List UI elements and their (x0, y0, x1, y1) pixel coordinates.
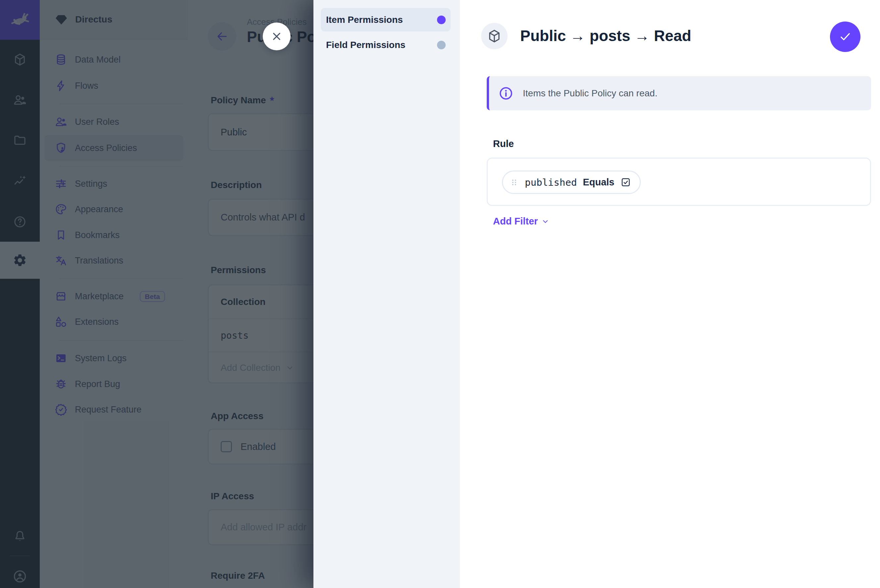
chevron-down-icon (541, 217, 550, 226)
rule-filter-box: published Equals (487, 158, 871, 206)
checkbox-checked-icon[interactable] (620, 177, 631, 188)
close-icon (269, 29, 284, 44)
directus-app: Directus Data Model Flows User Roles Acc… (0, 0, 880, 588)
cube-icon (487, 29, 502, 44)
filter-field[interactable]: published (525, 177, 577, 188)
collection-cube-badge (481, 23, 508, 50)
close-drawer-button[interactable] (263, 22, 290, 50)
info-banner-text: Items the Public Policy can read. (523, 88, 657, 99)
save-button[interactable] (830, 21, 860, 52)
drag-handle-icon[interactable] (510, 178, 519, 187)
inactive-dot (437, 41, 446, 50)
active-dot (437, 15, 446, 24)
filter-operator[interactable]: Equals (583, 177, 614, 188)
rule-label: Rule (493, 138, 514, 149)
add-filter-button[interactable]: Add Filter (493, 216, 550, 227)
tab-item-permissions[interactable]: Item Permissions (321, 8, 451, 32)
drawer-content: Public → posts → Read Items the Public P… (460, 0, 880, 588)
info-icon (498, 86, 514, 101)
drawer-dim-overlay[interactable] (0, 0, 313, 588)
filter-chip[interactable]: published Equals (502, 171, 641, 194)
drawer-nav: Item Permissions Field Permissions (313, 0, 460, 588)
permissions-drawer: Item Permissions Field Permissions Publi… (313, 0, 880, 588)
info-banner: Items the Public Policy can read. (487, 76, 871, 110)
drawer-title: Public → posts → Read (520, 27, 691, 45)
check-icon (838, 30, 853, 44)
tab-field-permissions[interactable]: Field Permissions (321, 33, 451, 57)
